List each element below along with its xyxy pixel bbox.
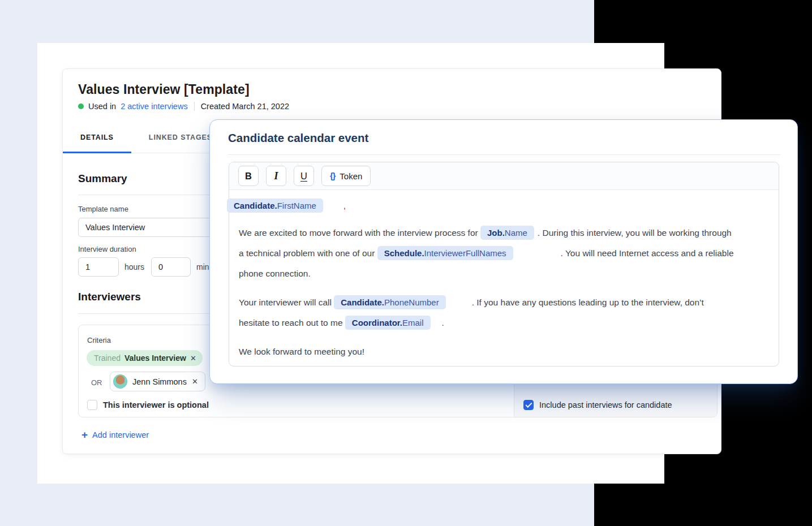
criteria-label: Criteria (87, 336, 111, 344)
duration-hours-input[interactable] (78, 257, 119, 277)
interviewers-heading: Interviewers (78, 291, 141, 303)
underline-button[interactable]: U (294, 166, 314, 186)
token-button-label: Token (340, 171, 362, 181)
token-chip-phonenumber[interactable]: Candidate.PhoneNumber (334, 295, 445, 309)
page-title: Values Interview [Template] (78, 82, 250, 97)
bold-button[interactable]: B (238, 166, 259, 186)
trained-criteria-name: Values Interview (124, 353, 186, 363)
remove-interviewer-icon[interactable]: ✕ (192, 378, 198, 385)
interview-duration-label: Interview duration (78, 245, 136, 253)
editor-paragraph: Candidate.FirstName, (227, 196, 736, 216)
editor-content[interactable]: Candidate.FirstName,We are excited to mo… (229, 190, 779, 362)
editor-paragraph: We look forward to meeting you! (239, 342, 736, 362)
status-row: Used in 2 active interviews Created Marc… (78, 102, 289, 111)
rich-text-editor: B I U {} Token Candidate.FirstName,We ar… (229, 162, 779, 367)
interviewer-name: Jenn Simmons (132, 377, 187, 386)
token-chip-email[interactable]: Coordinator.Email (345, 316, 431, 330)
include-past-interviews-row: Include past interviews for candidate (523, 400, 672, 410)
token-braces-icon: {} (330, 171, 335, 180)
add-interviewer-label: Add interviewer (92, 430, 149, 439)
active-status-dot-icon (78, 104, 84, 109)
template-name-label: Template name (78, 205, 128, 213)
trained-criteria-chip[interactable]: Trained Values Interview ✕ (87, 350, 203, 366)
candidate-calendar-event-modal: Candidate calendar event B I U {} Token … (209, 119, 798, 384)
active-interviews-link[interactable]: 2 active interviews (121, 102, 187, 111)
token-chip-name[interactable]: Job.Name (480, 226, 534, 240)
plus-icon: + (81, 429, 88, 440)
modal-title: Candidate calendar event (228, 131, 368, 145)
editor-paragraph: We are excited to move forward with the … (239, 223, 736, 284)
hours-unit-label: hours (124, 262, 144, 271)
editor-toolbar: B I U {} Token (229, 162, 779, 190)
optional-interviewer-label: This interviewer is optional (103, 400, 209, 409)
duration-minutes-input[interactable] (151, 257, 191, 277)
editor-paragraph: Your interviewer will call Candidate.Pho… (239, 292, 736, 333)
status-created-label: Created March 21, 2022 (201, 102, 289, 111)
status-used-in-label: Used in (88, 102, 116, 111)
or-label: OR (91, 378, 102, 387)
include-past-interviews-label: Include past interviews for candidate (539, 400, 672, 409)
summary-heading: Summary (78, 173, 127, 185)
remove-criteria-icon[interactable]: ✕ (190, 355, 196, 362)
optional-interviewer-row: This interviewer is optional (87, 400, 209, 410)
insert-token-button[interactable]: {} Token (321, 166, 371, 186)
optional-interviewer-checkbox[interactable] (87, 400, 97, 410)
status-divider (194, 102, 195, 111)
modal-title-divider (228, 154, 780, 155)
interviewer-avatar (113, 374, 127, 389)
interviewer-person-chip[interactable]: Jenn Simmons ✕ (110, 372, 205, 391)
tab-details[interactable]: DETAILS (63, 122, 131, 153)
trained-qualifier-label: Trained (94, 353, 121, 363)
italic-button[interactable]: I (266, 166, 286, 186)
token-chip-interviewerfullnames[interactable]: Schedule.InterviewerFullNames (377, 246, 513, 260)
add-interviewer-button[interactable]: + Add interviewer (81, 429, 149, 440)
include-past-interviews-checkbox[interactable] (523, 400, 534, 410)
token-chip-firstname[interactable]: Candidate.FirstName (227, 199, 323, 213)
